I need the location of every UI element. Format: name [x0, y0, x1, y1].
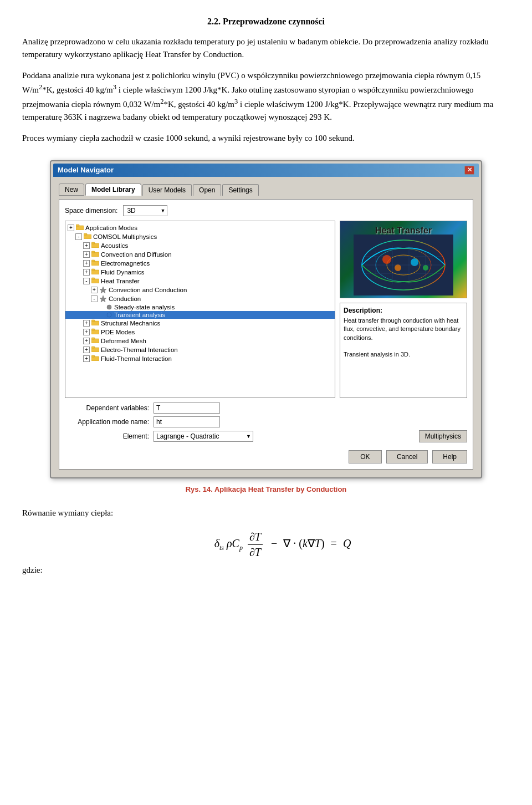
equation-block: δts ρCp ∂T ∂T − ∇ · (k∇T) = Q: [55, 531, 510, 559]
svg-point-17: [107, 313, 111, 317]
folder-icon: [76, 224, 84, 232]
description-box: Description: Heat transfer through condu…: [340, 303, 467, 398]
expand-icon: -: [75, 233, 82, 240]
tree-label: Structural Mechanics: [101, 320, 160, 327]
heat-transfer-visual: [354, 235, 453, 295]
tree-item-fluiddyn[interactable]: + Fluid Dynamics: [65, 268, 335, 277]
expand-icon: +: [83, 329, 90, 335]
tree-label: Conduction: [109, 295, 141, 302]
folder-icon: [91, 355, 99, 363]
tree-label: COMSOL Multiphysics: [93, 233, 157, 240]
tree-item-pde[interactable]: + PDE Modes: [65, 328, 335, 337]
element-select[interactable]: Lagrange - Quadratic: [154, 431, 253, 442]
ok-button[interactable]: OK: [349, 450, 382, 463]
model-navigator-dialog: Model Navigator ✕ New Model Library User…: [50, 160, 482, 478]
folder-icon: [91, 319, 99, 327]
tree-label: Steady-state analysis: [114, 304, 175, 310]
dep-var-input[interactable]: [154, 402, 220, 414]
tree-item-application-modes[interactable]: + Application Modes: [65, 223, 335, 232]
svg-rect-11: [91, 269, 95, 271]
expand-icon: +: [83, 251, 90, 258]
expand-icon: -: [83, 278, 90, 284]
folder-icon: [91, 268, 99, 276]
svg-rect-7: [91, 251, 95, 253]
tab-settings[interactable]: Settings: [222, 184, 258, 196]
expand-icon: +: [83, 269, 90, 276]
tree-item-electrothermal[interactable]: + Electro-Thermal Interaction: [65, 345, 335, 354]
bullet-icon: [106, 304, 112, 310]
tab-user-models[interactable]: User Models: [142, 184, 192, 196]
folder-icon: [91, 242, 99, 249]
main-panels: + Application Modes - COM: [65, 221, 467, 398]
tree-item-fluidthermal[interactable]: + Fluid-Thermal Interaction: [65, 354, 335, 363]
tree-item-em[interactable]: + Electromagnetics: [65, 259, 335, 268]
space-dim-label: Space dimension:: [65, 207, 117, 215]
tree-label: Electro-Thermal Interaction: [101, 347, 178, 353]
expand-icon: +: [83, 355, 90, 362]
space-dim-select[interactable]: 3D 2D 1D: [123, 205, 167, 216]
paragraph3: Proces wymiany ciepła zachodził w czasie…: [22, 132, 510, 145]
gdzie-label: gdzie:: [22, 565, 510, 575]
dep-var-label: Dependent variables:: [65, 404, 154, 412]
space-dim-select-wrap[interactable]: 3D 2D 1D: [123, 205, 167, 216]
svg-rect-25: [91, 347, 95, 348]
folder-icon: [91, 259, 99, 267]
tree-panel[interactable]: + Application Modes - COM: [65, 221, 335, 398]
tree-item-deformed[interactable]: + Deformed Mesh: [65, 337, 335, 345]
tree-label: Deformed Mesh: [101, 338, 146, 344]
description-title: Description:: [344, 307, 463, 314]
svg-point-32: [382, 255, 391, 264]
svg-marker-15: [100, 295, 106, 302]
svg-point-16: [107, 305, 111, 309]
expand-icon: +: [83, 242, 90, 249]
description-text: Heat transfer through conduction with he…: [344, 317, 463, 359]
element-select-wrap[interactable]: Lagrange - Quadratic: [154, 431, 253, 442]
tree-item-acoustics[interactable]: + Acoustics: [65, 241, 335, 250]
tree-item-convconduction[interactable]: + Convection and Conduction: [65, 286, 335, 294]
tree-item-comsol[interactable]: - COMSOL Multiphysics: [65, 232, 335, 241]
app-mode-input[interactable]: [154, 416, 220, 427]
paragraph1: Analizę przeprowadzono w celu ukazania r…: [22, 35, 510, 62]
tree-item-heattransfer[interactable]: - Heat Transfer: [65, 277, 335, 286]
svg-rect-3: [84, 233, 87, 235]
svg-rect-23: [91, 338, 95, 339]
tab-model-library[interactable]: Model Library: [85, 184, 141, 196]
tree-item-steadystate[interactable]: Steady-state analysis: [65, 303, 335, 311]
dialog-wrapper: Model Navigator ✕ New Model Library User…: [22, 160, 510, 478]
svg-rect-5: [91, 242, 95, 244]
svg-rect-13: [91, 278, 95, 279]
tree-item-conduction[interactable]: - Conduction: [65, 294, 335, 303]
svg-rect-27: [91, 355, 95, 357]
svg-rect-9: [91, 260, 95, 262]
tree-item-structural[interactable]: + Structural Mechanics: [65, 319, 335, 328]
dialog-titlebar: Model Navigator ✕: [53, 164, 479, 177]
star-icon: [99, 295, 107, 303]
tab-new[interactable]: New: [59, 184, 84, 196]
tree-label: Heat Transfer: [101, 278, 140, 284]
expand-icon: +: [83, 347, 90, 353]
cancel-button[interactable]: Cancel: [386, 450, 428, 463]
equation-text: δts ρCp ∂T ∂T − ∇ · (k∇T) = Q: [214, 531, 351, 559]
tree-item-transient[interactable]: Transient analysis: [65, 311, 335, 319]
equation-intro: Równanie wymiany ciepła:: [22, 507, 510, 519]
expand-icon: +: [83, 320, 90, 327]
svg-rect-1: [76, 225, 79, 226]
dep-var-row: Dependent variables:: [65, 402, 467, 414]
element-label: Element:: [65, 432, 154, 440]
bullet-icon: [106, 312, 112, 318]
close-button[interactable]: ✕: [464, 166, 474, 175]
svg-rect-19: [91, 320, 95, 322]
help-button[interactable]: Help: [432, 450, 467, 463]
element-row: Element: Lagrange - Quadratic Multiphysi…: [65, 430, 467, 442]
info-panel: Heat Transfer: [340, 221, 467, 398]
svg-rect-21: [91, 329, 95, 330]
tree-item-convdiff[interactable]: + Convection and Diffusion: [65, 250, 335, 259]
multiphysics-button[interactable]: Multiphysics: [419, 430, 467, 442]
tab-open[interactable]: Open: [193, 184, 221, 196]
app-mode-row: Application mode name:: [65, 416, 467, 427]
expand-icon: +: [91, 287, 98, 293]
folder-icon: [91, 328, 99, 336]
tree-label: PDE Modes: [101, 329, 135, 335]
expand-icon: +: [83, 260, 90, 267]
dialog-title: Model Navigator: [58, 166, 114, 174]
